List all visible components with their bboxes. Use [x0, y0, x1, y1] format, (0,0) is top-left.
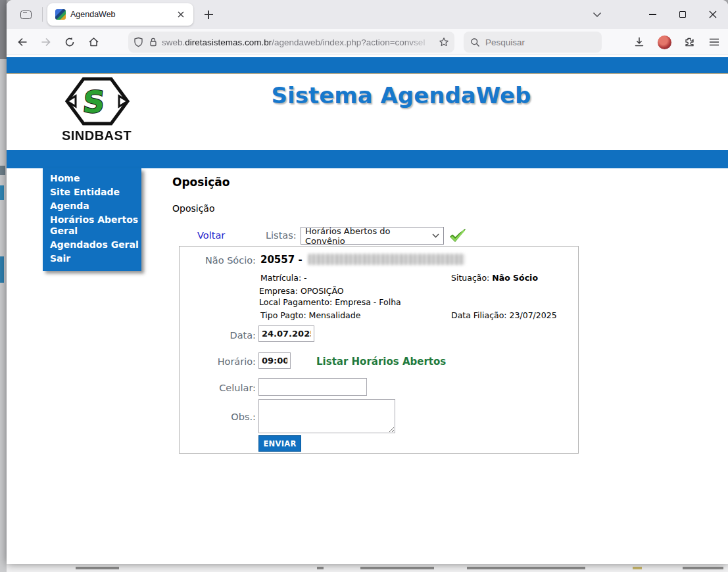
member-panel: Não Sócio: 20557 - Matrícula: - Situação… — [179, 246, 579, 454]
background-window-sliver-left — [0, 0, 7, 572]
tab-divider — [42, 7, 43, 22]
sidebar-item-horarios-abertos-geral[interactable]: Horários Abertos Geral — [49, 213, 141, 238]
browser-window: AgendaWeb — [7, 0, 728, 564]
logo-text: SINDBAST — [54, 128, 139, 143]
tab-favicon — [55, 9, 66, 20]
minimize-icon — [649, 14, 656, 15]
data-filiacao-line: Data Filiação: 23/07/2025 — [451, 310, 557, 320]
maximize-icon — [679, 11, 686, 18]
data-input[interactable] — [258, 325, 314, 342]
list-all-tabs-button[interactable] — [586, 5, 608, 24]
sidebar-menu: Home Site Entidade Agenda Horários Abert… — [43, 168, 141, 271]
celular-input[interactable] — [258, 378, 367, 396]
sidebar-item-agendados-geral[interactable]: Agendados Geral — [49, 238, 141, 252]
situacao-line: Situação: Não Sócio — [451, 273, 538, 283]
extensions-button[interactable] — [679, 32, 699, 52]
site-logo: S SINDBAST — [54, 76, 139, 143]
close-icon — [708, 10, 717, 19]
page-title: Oposição — [172, 176, 230, 189]
site-title: Sistema AgendaWeb — [138, 82, 664, 108]
url-prefix: sweb. — [162, 37, 185, 47]
celular-label: Celular: — [180, 383, 256, 393]
reload-icon — [64, 37, 75, 47]
firefox-view-icon — [20, 11, 32, 19]
bookmark-star-icon[interactable] — [439, 37, 449, 47]
back-icon — [17, 37, 28, 47]
matricula-line: Matrícula: - — [260, 273, 307, 283]
listas-label: Listas: — [266, 230, 297, 241]
obs-textarea[interactable] — [258, 399, 395, 433]
chevron-down-icon — [432, 233, 439, 238]
empresa-line: Empresa: OPOSIÇÃO — [259, 286, 344, 296]
enviar-button[interactable]: ENVIAR — [258, 435, 301, 452]
sidebar-item-home[interactable]: Home — [49, 172, 141, 185]
listas-selected-value: Horários Abertos do Convênio — [305, 226, 432, 246]
shield-icon — [133, 37, 143, 47]
back-button[interactable] — [12, 32, 33, 52]
confirm-check-button[interactable] — [449, 227, 466, 245]
listas-select[interactable]: Horários Abertos do Convênio — [301, 227, 444, 245]
reload-button[interactable] — [59, 32, 80, 52]
forward-icon — [41, 37, 51, 47]
url-bar[interactable]: sweb.diretasistemas.com.br/agendaweb/ind… — [128, 32, 454, 53]
listar-horarios-link[interactable]: Listar Horários Abertos — [316, 356, 446, 368]
sidebar-item-agenda[interactable]: Agenda — [49, 199, 141, 213]
forward-button[interactable] — [36, 32, 57, 52]
maximize-button[interactable] — [667, 0, 698, 29]
page-subtitle: Oposição — [172, 203, 215, 214]
account-avatar — [658, 36, 671, 49]
horario-label: Horário: — [180, 356, 256, 367]
search-icon — [470, 37, 480, 47]
tab-close-icon — [177, 11, 185, 18]
member-code: 20557 - — [260, 254, 303, 266]
sindbast-logo-icon: S — [54, 76, 139, 127]
firefox-view-button[interactable] — [16, 5, 36, 24]
downloads-button[interactable] — [629, 32, 649, 52]
search-bar[interactable]: Pesquisar — [464, 32, 602, 53]
page-content: S SINDBAST Sistema AgendaWeb Home Site E… — [7, 56, 728, 564]
search-placeholder: Pesquisar — [485, 37, 525, 47]
header-top-bar — [7, 57, 728, 74]
home-icon — [88, 37, 99, 47]
app-menu-button[interactable] — [704, 32, 724, 52]
lock-icon — [149, 37, 158, 47]
tipo-pagto-line: Tipo Pagto: Mensalidade — [260, 310, 360, 320]
check-icon — [449, 228, 466, 244]
url-domain: diretasistemas.com.br — [185, 37, 272, 47]
local-pagamento-line: Local Pagamento: Empresa - Folha — [259, 297, 401, 307]
close-button[interactable] — [698, 0, 728, 29]
header-bottom-bar — [7, 150, 728, 168]
minimize-button[interactable] — [637, 0, 667, 29]
new-tab-button[interactable] — [199, 5, 218, 24]
voltar-link[interactable]: Voltar — [197, 230, 225, 241]
svg-text:S: S — [81, 84, 107, 120]
member-name-redacted — [308, 254, 465, 265]
menu-icon — [709, 38, 719, 46]
new-tab-icon — [205, 11, 213, 19]
download-icon — [634, 37, 644, 47]
browser-tab[interactable]: AgendaWeb — [47, 3, 193, 26]
nav-toolbar: sweb.diretasistemas.com.br/agendaweb/ind… — [7, 29, 728, 55]
account-button[interactable] — [654, 32, 674, 52]
extensions-icon — [684, 37, 694, 47]
tab-close-button[interactable] — [174, 7, 188, 22]
obs-label: Obs.: — [180, 412, 256, 422]
horario-input[interactable] — [258, 352, 291, 369]
nao-socio-label: Não Sócio: — [180, 255, 256, 266]
url-text[interactable]: sweb.diretasistemas.com.br/agendaweb/ind… — [162, 37, 439, 47]
titlebar: AgendaWeb — [7, 0, 728, 29]
data-label: Data: — [180, 330, 256, 341]
home-button[interactable] — [83, 32, 104, 52]
tabs-list-chevron-icon — [593, 12, 602, 18]
background-window-sliver-bottom — [7, 564, 728, 572]
url-path: /agendaweb/index.php?action=convsel — [272, 37, 425, 47]
tab-title: AgendaWeb — [70, 10, 174, 19]
lists-row: Voltar Listas: Horários Abertos do Convê… — [166, 227, 600, 247]
sidebar-item-sair[interactable]: Sair — [49, 252, 141, 266]
sidebar-item-site-entidade[interactable]: Site Entidade — [49, 185, 141, 199]
